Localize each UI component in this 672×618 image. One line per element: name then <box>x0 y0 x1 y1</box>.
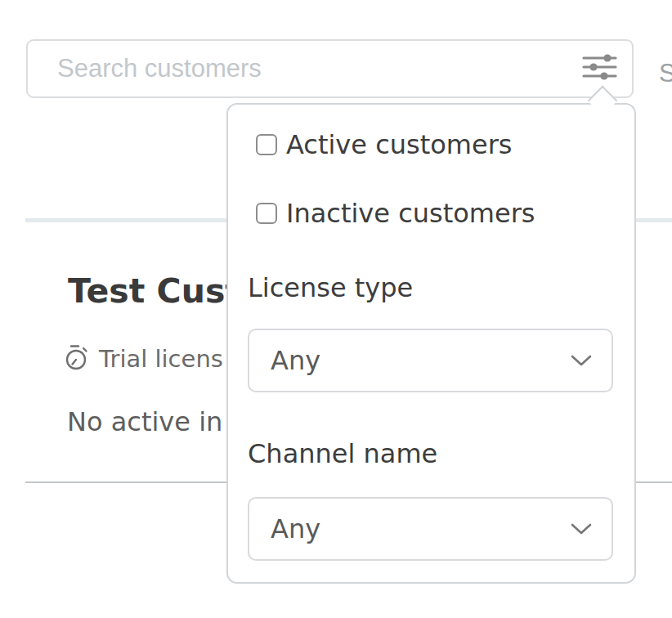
filter-toggle-button[interactable] <box>581 53 619 84</box>
filter-dropdown-panel: Active customers Inactive customers Lice… <box>226 103 636 584</box>
search-input[interactable]: Search customers <box>26 39 634 98</box>
chevron-down-icon <box>571 522 592 535</box>
inactive-customers-label: Inactive customers <box>286 198 535 229</box>
active-customers-label: Active customers <box>286 129 513 160</box>
chevron-down-icon <box>571 354 592 367</box>
customers-page: Search customers S Test Cust <box>0 0 672 618</box>
license-info-row: Trial licens <box>65 343 223 374</box>
inactive-customers-checkbox[interactable] <box>256 203 277 224</box>
license-type-select-value: Any <box>271 330 320 391</box>
license-type-text: Trial licens <box>99 345 223 373</box>
active-customers-checkbox-row[interactable]: Active customers <box>256 128 513 162</box>
customer-status-text: No active in <box>67 406 222 437</box>
sliders-icon <box>582 53 618 84</box>
timer-icon <box>65 343 89 374</box>
inactive-customers-checkbox-row[interactable]: Inactive customers <box>256 196 535 231</box>
customer-name-heading: Test Cust <box>68 271 241 311</box>
license-type-select[interactable]: Any <box>248 329 613 392</box>
active-customers-checkbox[interactable] <box>256 134 277 155</box>
channel-name-select[interactable]: Any <box>248 497 613 561</box>
search-placeholder: Search customers <box>57 41 262 96</box>
license-type-label: License type <box>248 272 413 303</box>
clipped-right-text: S <box>659 59 672 88</box>
channel-name-select-value: Any <box>271 499 320 559</box>
channel-name-label: Channel name <box>248 438 437 469</box>
